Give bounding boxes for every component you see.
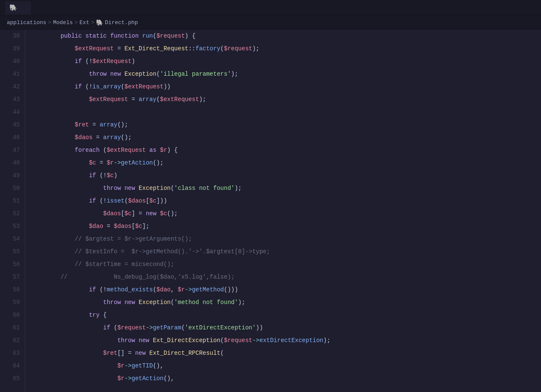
code-line: $c = $r->getAction(); — [32, 156, 541, 169]
line-number: 62 — [3, 334, 20, 347]
tab[interactable]: 🐘 — [5, 1, 31, 14]
line-number: 53 — [3, 220, 20, 233]
editor-area: 3839404142434445464748495051525354555657… — [0, 30, 541, 392]
line-number: 55 — [3, 245, 20, 258]
code-line — [32, 106, 541, 118]
breadcrumb-sep-1: > — [74, 19, 78, 26]
code-line: throw new Exception('class not found'); — [32, 182, 541, 195]
code-line: throw new Exception('illegal parameters'… — [32, 68, 541, 80]
line-number: 61 — [3, 321, 20, 334]
code-line: $extRequest = array($extRequest); — [32, 93, 541, 106]
code-line: throw new Exception('method not found'); — [32, 296, 541, 309]
breadcrumb-part-3: Direct.php — [105, 19, 138, 26]
breadcrumb-part-1: Models — [53, 19, 73, 26]
code-line: if ($request->getParam('extDirectExcepti… — [32, 321, 541, 334]
line-number: 57 — [3, 271, 20, 283]
line-number: 39 — [3, 42, 20, 55]
line-number: 44 — [3, 106, 20, 118]
title-bar: 🐘 — [0, 0, 541, 16]
line-number: 58 — [3, 283, 20, 296]
line-number: 47 — [3, 144, 20, 156]
line-numbers: 3839404142434445464748495051525354555657… — [0, 30, 25, 392]
line-number: 52 — [3, 207, 20, 220]
code-line: if (!$extRequest) — [32, 55, 541, 68]
tab-icon: 🐘 — [9, 4, 17, 12]
line-number: 49 — [3, 169, 20, 182]
line-number: 45 — [3, 118, 20, 131]
line-number: 48 — [3, 156, 20, 169]
breadcrumb-file-icon: 🐘 — [96, 19, 103, 26]
code-line: $ret[] = new Ext_Direct_RPCResult( — [32, 347, 541, 359]
breadcrumb-part-2: Ext — [79, 19, 89, 26]
line-number: 56 — [3, 258, 20, 271]
line-number: 38 — [3, 30, 20, 42]
breadcrumb-part-0: applications — [7, 19, 46, 26]
code-line: if (!is_array($extRequest)) — [32, 80, 541, 93]
line-number: 63 — [3, 347, 20, 359]
code-line: $extRequest = Ext_Direct_Request::factor… — [32, 42, 541, 55]
breadcrumb-sep-2: > — [91, 19, 94, 26]
line-number: 64 — [3, 359, 20, 372]
code-line: $ret = array(); — [32, 118, 541, 131]
code-line: $dao = $daos[$c]; — [32, 220, 541, 233]
code-line: if (!method_exists($dao, $r->getMethod()… — [32, 283, 541, 296]
line-number: 60 — [3, 309, 20, 321]
code-line: try { — [32, 309, 541, 321]
code-line: // $startTime = micsecond(); — [32, 258, 541, 271]
code-line: $r->getAction(), — [32, 372, 541, 385]
line-number: 46 — [3, 131, 20, 144]
code-line: $daos[$c] = new $c(); — [32, 207, 541, 220]
line-number: 40 — [3, 55, 20, 68]
breadcrumb-sep-0: > — [48, 19, 52, 26]
line-number: 42 — [3, 80, 20, 93]
line-number: 59 — [3, 296, 20, 309]
code-line: if (!$c) — [32, 169, 541, 182]
code-content[interactable]: public static function run($request) { $… — [25, 30, 541, 392]
code-line: // $argtest = $r->getArguments(); — [32, 233, 541, 245]
code-line: // $testInfo = $r->getMethod().'->'.$arg… — [32, 245, 541, 258]
code-line: public static function run($request) { — [32, 30, 541, 42]
line-number: 54 — [3, 233, 20, 245]
line-number: 41 — [3, 68, 20, 80]
code-line: $r->getTID(), — [32, 359, 541, 372]
line-number: 51 — [3, 195, 20, 207]
code-line: // Ns_debug_log($dao,'x5.log',false); — [32, 271, 541, 283]
line-number: 50 — [3, 182, 20, 195]
line-number: 65 — [3, 372, 20, 385]
code-line: throw new Ext_DirectException($request->… — [32, 334, 541, 347]
code-line: if (!isset($daos[$c])) — [32, 195, 541, 207]
breadcrumb-bar: applications > Models > Ext > 🐘 Direct.p… — [0, 16, 541, 30]
line-number: 43 — [3, 93, 20, 106]
code-line: foreach ($extRequest as $r) { — [32, 144, 541, 156]
code-line: $daos = array(); — [32, 131, 541, 144]
